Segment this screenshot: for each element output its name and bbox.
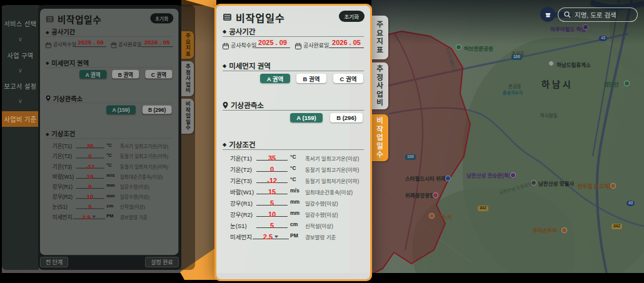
section-dust-region: ◆ 미세먼지 권역 — [223, 61, 271, 71]
row-label: 미세먼지 — [230, 232, 252, 241]
row-value-field[interactable]: 0 — [76, 151, 104, 159]
weather-row-r1: 강우(R1) 5 mm 일강수량(이상) — [40, 181, 178, 191]
step-sidebar: 서비스 선택 ∨ 사업 구역 ∨ 보고서 설정 ∨ 사업비 기준 — [2, 5, 39, 270]
row-value-field[interactable]: -12 — [256, 174, 288, 183]
row-value-field[interactable]: 35 — [256, 152, 288, 161]
tab-estimated-cost[interactable]: 추정사업비 — [370, 62, 388, 109]
start-date-value[interactable]: 2025 . 09 — [75, 39, 106, 47]
section-weather-conditions: ◆ 기상조건 — [223, 139, 255, 149]
row-unit: °C — [290, 176, 296, 182]
row-value-field[interactable]: 35 — [76, 141, 104, 149]
tab-nonworking-days[interactable]: 비작업일수 — [181, 99, 194, 134]
previous-step-button[interactable]: 전 단계 — [40, 257, 68, 267]
sidebar-item-district[interactable]: 사업 구역 — [2, 51, 39, 60]
dust-region-c-button[interactable]: C 권역 — [333, 74, 363, 83]
diamond-icon: ◆ — [46, 131, 49, 136]
row-label: 기온(T1) — [230, 154, 252, 162]
section-station-title: 기상관측소 — [231, 100, 264, 110]
row-value-dropdown[interactable]: 2.5 — [253, 231, 289, 239]
weather-row-w1: 바람(W1) 15 m/s 일최대순간풍속(이상) — [40, 171, 178, 181]
row-value-field[interactable]: 5 — [76, 201, 104, 209]
row-unit: mm — [290, 210, 299, 216]
row-value-field[interactable]: -12 — [76, 161, 104, 169]
sidebar-item-report[interactable]: 보고서 설정 — [2, 81, 39, 91]
diamond-icon: ◆ — [223, 29, 226, 34]
row-unit: °C — [290, 154, 296, 160]
row-unit: m/s — [290, 187, 299, 194]
row-value-field[interactable]: 10 — [256, 208, 288, 217]
tab-key-indicators[interactable]: 주요지표 — [181, 31, 194, 59]
divider — [46, 36, 173, 37]
dust-region-b-button[interactable]: B 권역 — [112, 70, 139, 79]
row-unit: °C — [290, 165, 296, 171]
row-desc: 혹서기 일최고기온(이상) — [120, 142, 169, 149]
chevron-down-icon: ∨ — [2, 97, 39, 104]
station-a-button[interactable]: A (159) — [290, 113, 323, 122]
row-value-field[interactable]: 10 — [76, 191, 104, 199]
nonworking-days-panel: 비작업일수 초기화 ◆ 공사기간 공사착수일 2025 . 09 공사완료일 2… — [216, 6, 370, 279]
row-label: 눈(S1) — [53, 203, 68, 211]
row-value-field[interactable]: 5 — [256, 197, 288, 206]
section-period-title: 공사기간 — [229, 26, 255, 36]
section-weather-conditions: ◆ 기상조건 — [46, 129, 75, 138]
row-desc: 신적설(이상) — [305, 222, 333, 229]
sidebar-item-cost-basis[interactable]: 사업비 기준 — [2, 111, 39, 127]
pin-icon — [46, 95, 51, 101]
start-date-value[interactable]: 2025 . 09 — [255, 39, 290, 48]
diamond-icon: ◆ — [223, 142, 226, 147]
dust-region-b-button[interactable]: B 권역 — [296, 74, 326, 83]
station-b-button[interactable]: B (296) — [143, 106, 172, 114]
panel-header: 비작업일수 초기화 — [40, 12, 178, 26]
diamond-icon: ◆ — [46, 29, 49, 34]
end-date-label: 공사완료일 — [118, 41, 141, 48]
row-label: 기온(T1) — [53, 142, 72, 150]
tab-nonworking-days[interactable]: 비작업일수 — [370, 114, 388, 161]
row-desc: 일강수량(이상) — [120, 183, 149, 190]
row-value-field[interactable]: 15 — [256, 186, 288, 194]
row-value-field[interactable]: 15 — [76, 171, 104, 179]
end-date-value[interactable]: 2026 . 05 — [141, 39, 173, 47]
chevron-down-icon: ∨ — [2, 67, 39, 74]
section-period: ◆ 공사기간 — [223, 26, 255, 36]
row-desc: 일강수량(이상) — [305, 211, 338, 218]
weather-row-t3: 기온(T3) -12 °C 동절기 일최저기온(이하) — [40, 161, 178, 171]
sidebar-item-service[interactable]: 서비스 선택 — [2, 19, 39, 28]
row-unit: mm — [290, 199, 299, 205]
divider — [46, 67, 173, 68]
calendar-icon — [223, 41, 229, 52]
search-input[interactable]: 지명, 도로 검색 — [558, 7, 638, 22]
station-a-button[interactable]: A (159) — [106, 106, 136, 114]
row-value-field[interactable]: 0 — [256, 163, 288, 172]
pin-icon — [223, 102, 228, 109]
menu-icon[interactable] — [223, 14, 231, 21]
map-poi-button[interactable] — [540, 7, 555, 22]
chevron-down-icon: ∨ — [2, 36, 39, 42]
row-unit: PM — [290, 232, 298, 239]
reset-button[interactable]: 초기화 — [150, 13, 173, 23]
reset-button[interactable]: 초기화 — [339, 11, 365, 22]
dust-region-a-button[interactable]: A 권역 — [260, 74, 290, 83]
settings-done-button[interactable]: 설정 완료 — [145, 257, 179, 267]
section-weather-title: 기상조건 — [229, 139, 255, 149]
row-value-dropdown[interactable]: 2.5 — [73, 211, 105, 219]
row-value-field[interactable]: 5 — [76, 181, 104, 189]
station-b-button[interactable]: B (296) — [330, 113, 363, 122]
panel-header: 비작업일수 초기화 — [216, 9, 370, 24]
row-value-field[interactable]: 5 — [256, 219, 288, 228]
dust-region-a-button[interactable]: A 권역 — [79, 70, 106, 79]
tab-key-indicators[interactable]: 주요지표 — [370, 16, 388, 59]
row-desc: 일강수량(이상) — [120, 193, 149, 200]
map-search-area: 지명, 도로 검색 — [540, 7, 638, 22]
tab-estimated-cost[interactable]: 추정사업비 — [181, 61, 194, 96]
weather-row-w1: 바람(W1) 15 m/s 일최대순간풍속(이상) — [216, 186, 370, 197]
end-date-value[interactable]: 2026 . 05 — [329, 39, 364, 48]
menu-icon[interactable] — [46, 16, 54, 22]
row-desc: 동절기 일최고기온(이하) — [120, 152, 169, 159]
row-desc: 일최대순간풍속(이상) — [305, 188, 353, 196]
section-period: ◆ 공사기간 — [46, 27, 75, 36]
weather-row-s1: 눈(S1) 5 cm 신적설(이상) — [40, 201, 178, 211]
panel-title: 비작업일수 — [236, 10, 285, 25]
dust-region-c-button[interactable]: C 권역 — [145, 70, 172, 79]
search-placeholder: 지명, 도로 검색 — [575, 10, 616, 19]
weather-row-dust: 미세먼지 2.5 PM 경보발령 기준 — [40, 211, 178, 221]
